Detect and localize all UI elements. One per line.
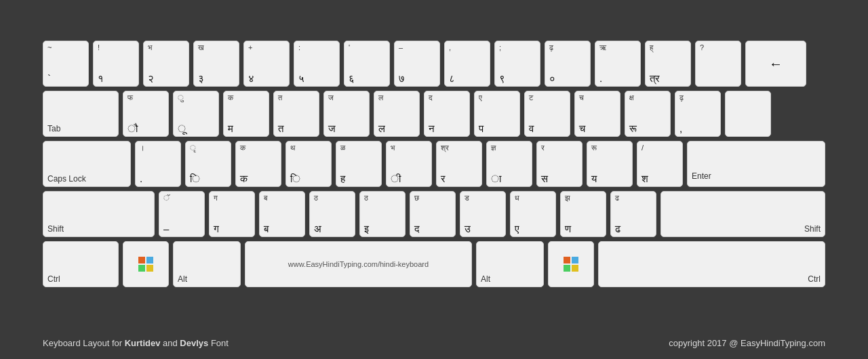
key-i[interactable]: ए प	[474, 91, 520, 137]
windows-icon	[138, 257, 153, 272]
footer-prefix: Keyboard Layout for	[43, 338, 125, 348]
left-win-key[interactable]	[123, 241, 169, 287]
key-comma[interactable]: ध ए	[510, 191, 556, 237]
key-slash[interactable]: ढ ढ	[610, 191, 656, 237]
key-row-shift: Shift ॅ – ग ग ब ब ठ अ ठ इ छ द ड उ	[43, 191, 825, 237]
key-9[interactable]: ; ९	[494, 41, 540, 87]
windows-icon-right	[564, 257, 578, 272]
key-minus[interactable]: ऋ .	[595, 41, 641, 87]
tab-key[interactable]: Tab	[43, 91, 119, 137]
key-0[interactable]: ढ़ ०	[545, 41, 591, 87]
key-6[interactable]: ' ६	[344, 41, 390, 87]
footer-left-text: Keyboard Layout for Kurtidev and Devlys …	[43, 338, 229, 348]
key-4[interactable]: + ४	[243, 41, 290, 87]
key-u[interactable]: द न	[424, 91, 470, 137]
right-alt-key[interactable]: Alt	[476, 241, 544, 287]
spacebar-key[interactable]: www.EasyHindiTyping.com/hindi-keyboard	[245, 241, 472, 287]
key-s[interactable]: ृ ि	[185, 141, 231, 187]
key-1[interactable]: ! १	[93, 41, 139, 87]
key-h[interactable]: भ ी	[386, 141, 432, 187]
footer-suffix: Font	[208, 338, 229, 348]
key-equals[interactable]: ह् त्र	[645, 41, 691, 87]
footer-and: and	[160, 338, 180, 348]
key-r[interactable]: त त	[273, 91, 319, 137]
key-open-bracket[interactable]: क्ष रू	[625, 91, 671, 137]
left-shift-key[interactable]: Shift	[43, 191, 155, 237]
key-row-numbers: ~ ` ! १ भ २ ख ३ + ४ : ५ ' ६ – ७	[43, 41, 825, 87]
backspace-arrow-icon: ←	[769, 56, 783, 72]
footer-brand1: Kurtidev	[125, 338, 161, 348]
backspace-key[interactable]: ←	[745, 41, 806, 87]
left-ctrl-key[interactable]: Ctrl	[43, 241, 119, 287]
key-t[interactable]: ज ज	[323, 91, 370, 137]
key-p[interactable]: च च	[574, 91, 620, 137]
spacebar-url: www.EasyHindiTyping.com/hindi-keyboard	[288, 260, 429, 268]
right-win-key[interactable]	[548, 241, 594, 287]
key-5[interactable]: : ५	[294, 41, 340, 87]
key-z[interactable]: ॅ –	[159, 191, 205, 237]
key-o[interactable]: ट व	[524, 91, 570, 137]
key-m[interactable]: ड उ	[460, 191, 506, 237]
key-d[interactable]: क क	[235, 141, 281, 187]
key-semicolon[interactable]: रू य	[587, 141, 633, 187]
key-w[interactable]: ु ू	[173, 91, 219, 137]
key-2[interactable]: भ २	[143, 41, 189, 87]
key-y[interactable]: ल ल	[374, 91, 420, 137]
footer-brand2: Devlys	[180, 338, 208, 348]
key-v[interactable]: ठ अ	[309, 191, 355, 237]
key-period[interactable]: झ ण	[560, 191, 606, 237]
key-k[interactable]: ज्ञ ा	[486, 141, 532, 187]
key-row-home: Caps Lock । . ृ ि क क थ ि ळ ह भ ी श्र र	[43, 141, 825, 187]
key-quote[interactable]: / श	[637, 141, 683, 187]
right-ctrl-key[interactable]: Ctrl	[598, 241, 825, 287]
key-g[interactable]: ळ ह	[336, 141, 382, 187]
key-8[interactable]: , ८	[444, 41, 490, 87]
key-e[interactable]: क म	[223, 91, 269, 137]
key-row-bottom: Ctrl Alt www.EasyHindiTyping.com/hindi-k…	[43, 241, 825, 287]
key-3[interactable]: ख ३	[193, 41, 239, 87]
key-l[interactable]: र स	[536, 141, 583, 187]
key-backtick[interactable]: ~ `	[43, 41, 89, 87]
keyboard-layout: ~ ` ! १ भ २ ख ३ + ४ : ५ ' ६ – ७	[43, 41, 825, 291]
key-q[interactable]: फ ौ	[123, 91, 169, 137]
key-backslash[interactable]	[725, 91, 771, 137]
right-shift-key[interactable]: Shift	[660, 191, 825, 237]
key-close-bracket[interactable]: ढ़ ,	[675, 91, 721, 137]
caps-lock-key[interactable]: Caps Lock	[43, 141, 131, 187]
key-a[interactable]: । .	[135, 141, 181, 187]
key-x[interactable]: ग ग	[209, 191, 255, 237]
footer-copyright: copyright 2017 @ EasyHindiTyping.com	[669, 338, 825, 348]
key-7[interactable]: – ७	[394, 41, 440, 87]
key-j[interactable]: श्र र	[436, 141, 482, 187]
enter-key[interactable]: Enter	[687, 141, 825, 187]
key-bracket[interactable]: ?	[695, 41, 741, 87]
key-b[interactable]: ठ इ	[359, 191, 406, 237]
key-row-top: Tab फ ौ ु ू क म त त ज ज ल ल द न	[43, 91, 825, 137]
key-c[interactable]: ब ब	[259, 191, 305, 237]
key-n[interactable]: छ द	[410, 191, 456, 237]
footer: Keyboard Layout for Kurtidev and Devlys …	[43, 338, 825, 348]
left-alt-key[interactable]: Alt	[173, 241, 241, 287]
key-f[interactable]: थ ि	[285, 141, 332, 187]
